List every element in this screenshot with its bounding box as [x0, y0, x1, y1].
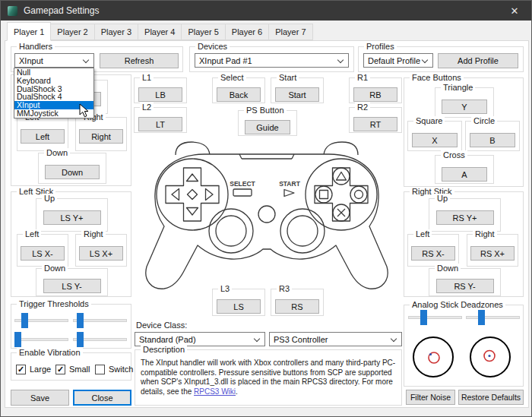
l3-group: L3 LS	[212, 289, 265, 316]
rpcs3-wiki-link[interactable]: RPCS3 Wiki	[194, 387, 236, 396]
bind-ps[interactable]: Guide	[245, 120, 290, 134]
profile-select[interactable]: Default Profile	[363, 53, 433, 68]
bind-r3[interactable]: RS	[275, 299, 319, 314]
handler-option-dualshock3[interactable]: DualShock 3	[14, 85, 93, 93]
left-stick-group: Left Stick Up LS Y+ Left LS X- Right LS …	[11, 191, 131, 297]
right-stick-group: Right Stick Up RS Y+ Left RS X- Right RS…	[404, 191, 524, 297]
vibration-small-label: Small	[69, 365, 90, 374]
ls-up-group: Up LS Y+	[36, 198, 108, 232]
device-select[interactable]: XInput Pad #1	[195, 53, 349, 68]
face-buttons-group: Face Buttons Triangle Y Square X Circle …	[404, 77, 524, 187]
bind-rs-up[interactable]: RS Y+	[436, 210, 494, 225]
bind-ls-up[interactable]: LS Y+	[43, 210, 101, 225]
slider-track	[466, 316, 520, 319]
bind-dpad-right[interactable]: Right	[79, 129, 123, 144]
tab-player-3[interactable]: Player 3	[95, 24, 138, 40]
chevron-down-icon	[254, 336, 260, 342]
app-icon	[8, 6, 17, 16]
bind-l1[interactable]: LB	[138, 87, 182, 102]
select-group: Select Back	[212, 77, 265, 103]
bind-rs-left[interactable]: RS X-	[411, 246, 455, 261]
slider-handle[interactable]	[77, 332, 84, 347]
tab-player-6[interactable]: Player 6	[226, 24, 269, 40]
deadzone-slider-left[interactable]	[408, 310, 462, 325]
trigger-thresholds-label: Trigger Thresholds	[17, 299, 91, 308]
slider-handle[interactable]	[478, 310, 485, 325]
bind-l2[interactable]: LT	[138, 117, 182, 131]
checkbox-box[interactable]: ✓	[16, 365, 26, 374]
deadzone-slider-right[interactable]	[466, 310, 520, 325]
bind-dpad-left[interactable]: Left	[21, 129, 65, 144]
trigger-slider-3[interactable]	[14, 332, 68, 347]
vibration-small-checkbox[interactable]: ✓ Small	[55, 364, 90, 374]
filter-noise-button[interactable]: Filter Noise	[406, 390, 455, 405]
tab-player-5[interactable]: Player 5	[182, 24, 225, 40]
bind-r1[interactable]: RB	[353, 87, 397, 102]
controller-illustration: SELECT START	[141, 141, 396, 297]
controller-type-select[interactable]: PS3 Controller	[269, 332, 402, 346]
bind-r2[interactable]: RT	[353, 117, 397, 131]
description-text: The XInput handler will work with Xbox c…	[141, 359, 397, 396]
ls-down-label: Down	[42, 264, 68, 273]
bind-rs-right[interactable]: RS X+	[470, 246, 515, 261]
vibration-switch-checkbox[interactable]: Switch	[95, 364, 133, 374]
tab-player-4[interactable]: Player 4	[138, 24, 182, 40]
controller-select-text: SELECT	[230, 180, 255, 188]
start-group: Start Start	[271, 77, 324, 103]
bind-select[interactable]: Back	[217, 87, 261, 102]
bind-l3[interactable]: LS	[217, 299, 261, 314]
refresh-button[interactable]: Refresh	[100, 53, 179, 68]
bind-ls-down[interactable]: LS Y-	[43, 279, 101, 293]
dpad-down-group: Down Down	[38, 153, 106, 184]
bind-dpad-down[interactable]: Down	[45, 165, 100, 179]
tab-player-1[interactable]: Player 1	[7, 22, 51, 41]
ls-down-group: Down LS Y-	[36, 268, 108, 296]
bind-square[interactable]: X	[412, 133, 458, 147]
ls-left-label: Left	[23, 229, 41, 239]
trigger-slider-2[interactable]	[73, 313, 127, 328]
bind-rs-down[interactable]: RS Y-	[436, 279, 494, 293]
bind-ls-right[interactable]: LS X+	[79, 246, 123, 261]
vibration-switch-label: Switch	[109, 365, 133, 374]
l2-group: L2 LT	[134, 107, 187, 133]
save-button[interactable]: Save	[11, 390, 69, 406]
slider-handle[interactable]	[14, 332, 21, 347]
trigger-slider-1[interactable]	[14, 313, 68, 328]
bind-ls-left[interactable]: LS X-	[21, 246, 65, 261]
circle-group: Circle B	[465, 121, 520, 151]
checkbox-box[interactable]: ✓	[55, 365, 65, 374]
add-profile-button[interactable]: Add Profile	[438, 53, 518, 68]
bind-start[interactable]: Start	[275, 87, 319, 102]
handler-option-null[interactable]: Null	[14, 68, 93, 77]
window-title: Gamepad Settings	[24, 5, 99, 16]
handler-option-dualshock4[interactable]: DualShock 4	[14, 93, 93, 101]
slider-handle[interactable]	[77, 313, 84, 328]
tab-player-7[interactable]: Player 7	[269, 24, 312, 40]
triangle-group: Triangle Y	[435, 87, 494, 118]
devices-group-label: Devices	[195, 42, 230, 51]
gamepad-settings-window: Gamepad Settings ✕ Player 1 Player 2 Pla…	[0, 0, 532, 417]
close-button[interactable]: Close	[73, 390, 131, 406]
chevron-down-icon	[391, 336, 397, 342]
checkbox-box[interactable]	[95, 365, 105, 374]
handler-select[interactable]: XInput	[14, 53, 94, 68]
restore-defaults-button[interactable]: Restore Defaults	[458, 390, 524, 405]
cross-label: Cross	[441, 150, 467, 160]
vibration-large-checkbox[interactable]: ✓ Large	[16, 364, 51, 374]
handler-option-keyboard[interactable]: Keyboard	[14, 77, 93, 85]
bind-cross[interactable]: A	[442, 167, 487, 182]
slider-track	[408, 316, 462, 319]
bind-triangle[interactable]: Y	[442, 100, 487, 114]
rs-right-group: Right RS X+	[467, 234, 518, 267]
start-label: Start	[277, 73, 299, 82]
tab-player-2[interactable]: Player 2	[51, 24, 94, 40]
enable-vibration-label: Enable Vibration	[17, 348, 83, 357]
slider-handle[interactable]	[420, 310, 427, 325]
cross-group: Cross A	[435, 155, 494, 184]
r2-label: R2	[355, 103, 370, 112]
trigger-slider-4[interactable]	[73, 332, 127, 347]
ps-button-label: PS Button	[244, 106, 287, 115]
window-close-button[interactable]: ✕	[498, 1, 531, 21]
slider-handle[interactable]	[21, 313, 28, 328]
bind-circle[interactable]: B	[470, 133, 515, 147]
